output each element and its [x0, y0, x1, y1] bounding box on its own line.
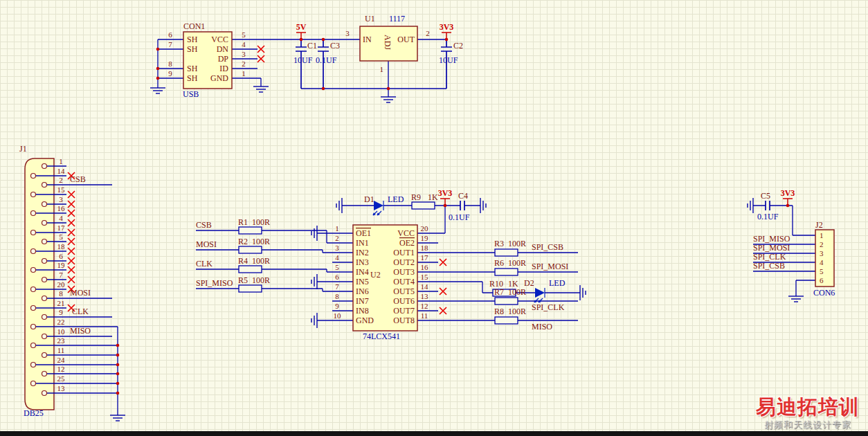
junction-dot: [116, 392, 120, 395]
usb-pin-name: DN: [217, 44, 229, 54]
no-erc-marker-icon: [68, 248, 75, 255]
resistor-ref: R3: [494, 239, 504, 248]
buffer-pin-name: IN7: [356, 296, 369, 306]
usb-pin-number: 8: [168, 60, 172, 68]
db25-pin-number: 7: [59, 271, 63, 279]
junction-dot: [156, 48, 160, 51]
db25-pin-number: 5: [59, 233, 63, 241]
regulator-pin-number: 2: [426, 29, 430, 37]
buffer-pin-name: OUT2: [393, 257, 415, 267]
buffer-pin-number: 1: [335, 224, 339, 233]
buffer-pin-number: 14: [421, 282, 429, 291]
db25-pin-number: 3: [59, 195, 63, 203]
no-erc-marker-icon: [68, 229, 75, 236]
db25-pin: [42, 239, 47, 244]
junction-dot: [300, 38, 303, 42]
buffer-pin-name: IN8: [356, 306, 369, 316]
db25-pin: [31, 192, 36, 197]
resistor-value: 100R: [252, 256, 270, 266]
db25-pin-number: 14: [57, 167, 66, 175]
spi-header-pin-number: 5: [820, 267, 824, 275]
buffer-pin-name: OUT5: [393, 287, 415, 296]
db25-pin-number: 25: [57, 374, 66, 383]
buffer-pin-number: 8: [335, 292, 339, 300]
buffer-pin-name: OE1: [356, 228, 371, 238]
db25-pin-number: 13: [57, 384, 66, 392]
resistor-r4: [239, 266, 262, 273]
resistor-r1: [239, 227, 262, 234]
usb-pin-number: 6: [168, 30, 172, 39]
db25-pin: [31, 268, 36, 273]
buffer-pin-name: VCC: [397, 228, 415, 238]
usb-pin-name: VCC: [211, 35, 228, 44]
ground-icon: [253, 87, 269, 92]
junction-dot: [322, 38, 325, 42]
buffer-pin-name: OUT7: [393, 306, 415, 316]
capacitor-value: 10UF: [439, 55, 458, 65]
ground-icon: [788, 296, 804, 302]
ground-icon: [480, 198, 486, 213]
buffer-section: U2 74LCX541 1 2 3 4 5 6 7 8 9 10 OE1 IN1…: [196, 217, 586, 341]
spi-header-pin-number: 1: [820, 231, 824, 239]
buffer-pin-number: 6: [335, 273, 339, 281]
regulator-designator: U1: [365, 14, 375, 24]
db25-comment: DB25: [24, 408, 44, 418]
net-label-mosi: MOSI: [70, 288, 91, 298]
buffer-designator: U2: [370, 270, 381, 280]
buffer-pin-name: OUT1: [393, 248, 415, 257]
db25-pin-number: 21: [57, 299, 65, 307]
regulator-pin-number: 1: [380, 65, 384, 73]
resistor-value: 100R: [508, 287, 526, 297]
db25-connector-section: J1 DB25 1 14 2 15 3 16 4 1: [19, 144, 125, 421]
ground-icon: [580, 285, 586, 300]
db25-pin-number: 2: [59, 176, 63, 184]
db25-pin-number: 22: [57, 318, 65, 326]
usb-pin-number: 5: [242, 30, 246, 39]
db25-pin: [42, 202, 47, 207]
watermark-title: 易迪拓培训: [749, 397, 867, 417]
junction-dot: [116, 382, 120, 385]
regulator-section: U1 1117 IN OUT ADJ 3 2 1 5V 3V3 C1 10UF …: [293, 14, 463, 102]
no-erc-marker-icon: [68, 210, 75, 217]
buffer-pin-name: OUT4: [393, 277, 415, 287]
net-label-miso: MISO: [70, 326, 91, 336]
watermark-subtitle: 射频和天线设计专家: [749, 420, 867, 429]
diode-ref: D1: [364, 194, 374, 204]
power-label-5v: 5V: [296, 22, 307, 32]
db25-pin: [42, 164, 47, 169]
power-label-3v3: 3V3: [440, 22, 454, 32]
db25-pin-number: 18: [57, 242, 66, 251]
resistor-value: 100R: [508, 307, 526, 316]
ground-icon: [311, 274, 317, 289]
diode-value: LED: [388, 194, 404, 204]
resistor-r9: [412, 202, 435, 209]
net-label-spi-miso: SPI_MISO: [196, 278, 233, 288]
db25-pin: [42, 278, 47, 282]
ground-icon: [311, 226, 317, 241]
resistor-ref: R1: [238, 217, 248, 227]
spi-header-pin-number: 4: [820, 258, 824, 266]
net-label-spi-csb: SPI_CSB: [753, 261, 785, 271]
net-label-spi-clk: SPI_CLK: [532, 302, 565, 312]
buffer-pin-name: IN6: [356, 287, 369, 296]
buffer-pin-number: 12: [421, 302, 428, 310]
db25-pin-number: 11: [57, 346, 65, 354]
resistor-value: 100R: [508, 258, 526, 268]
capacitor-ref: C2: [453, 41, 463, 51]
junction-dot: [322, 87, 325, 91]
net-label-miso: MISO: [532, 322, 552, 331]
db25-pin: [31, 249, 36, 254]
capacitor-c4-icon: [460, 201, 464, 210]
capacitor-value: 0.1UF: [449, 212, 470, 222]
usb-pin-name: SH: [187, 73, 198, 83]
buffer-pin-number: 20: [421, 224, 429, 233]
buffer-comment: 74LCX541: [363, 331, 400, 341]
db25-pin-number: 8: [59, 289, 63, 298]
resistor-ref: R7: [494, 287, 504, 297]
spi-header-section: C5 0.1UF 3V3 J2 CON6 1 2 3 4 5 6 SPI_MIS…: [748, 188, 835, 302]
no-erc-marker-icon: [440, 259, 446, 266]
diode-ref: D2: [524, 278, 534, 288]
db25-pin-number: 9: [59, 308, 63, 316]
no-erc-marker-icon: [68, 191, 75, 198]
db25-pin: [31, 211, 36, 216]
